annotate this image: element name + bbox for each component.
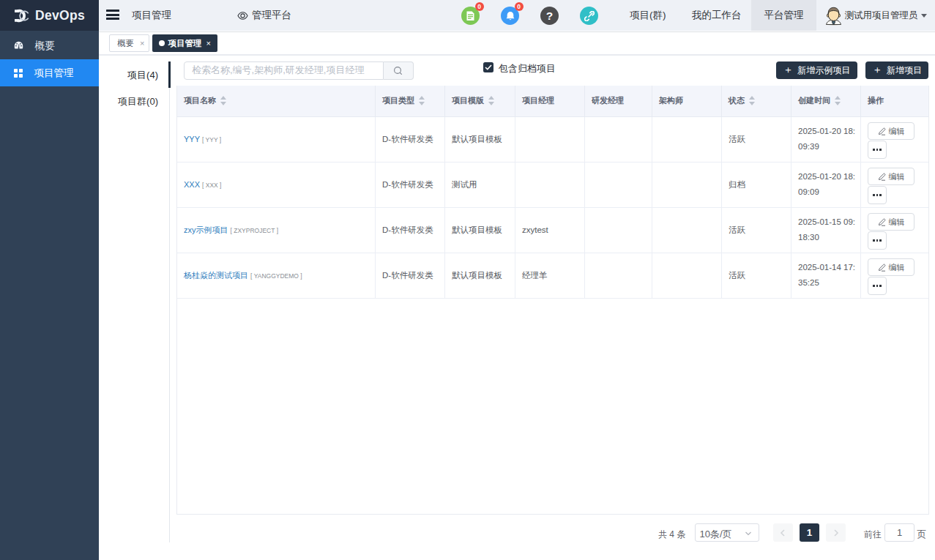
svg-text:?: ? [546, 10, 553, 22]
